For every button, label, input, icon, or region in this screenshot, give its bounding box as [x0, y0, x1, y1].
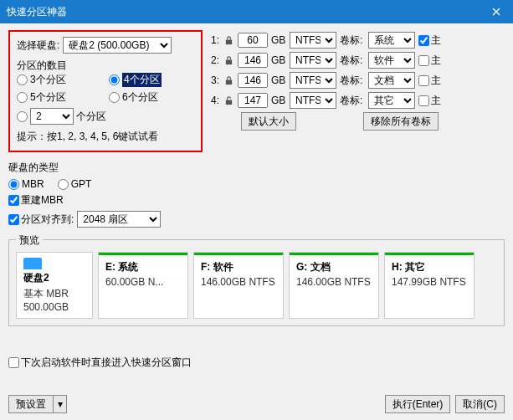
close-icon	[492, 8, 500, 16]
radio-4-partitions[interactable]: 4个分区	[109, 73, 194, 87]
align-checkbox[interactable]: 分区对齐到:	[8, 213, 74, 227]
partition-row: 3:GBNTFS卷标:文档主	[208, 72, 505, 89]
volume-label-text: 卷标:	[340, 74, 365, 88]
clear-labels-button[interactable]: 移除所有卷标	[363, 112, 439, 131]
svg-rect-2	[225, 79, 231, 85]
gb-label: GB	[271, 95, 286, 106]
partition-row: 2:GBNTFS卷标:软件主	[208, 52, 505, 69]
svg-rect-3	[225, 100, 231, 105]
default-size-button[interactable]: 默认大小	[241, 112, 296, 131]
lock-icon[interactable]	[223, 76, 234, 85]
disk-label: 选择硬盘:	[17, 38, 59, 53]
lock-icon[interactable]	[223, 56, 234, 65]
disk-select[interactable]: 硬盘2 (500.00GB)	[63, 37, 172, 54]
preview-partition-card: G: 文档146.00GB NTFS	[289, 252, 379, 319]
svg-rect-0	[225, 39, 231, 44]
size-input[interactable]	[238, 73, 268, 88]
filesystem-select[interactable]: NTFS	[290, 32, 336, 49]
radio-6-partitions[interactable]: 6个分区	[109, 90, 194, 105]
disk-select-panel: 选择硬盘: 硬盘2 (500.00GB) 分区的数目 3个分区 4个分区 5个分…	[8, 30, 203, 152]
radio-gpt[interactable]: GPT	[58, 178, 92, 190]
volume-select[interactable]: 其它	[368, 92, 415, 109]
radio-5-partitions[interactable]: 5个分区	[17, 90, 102, 105]
filesystem-select[interactable]: NTFS	[290, 52, 336, 69]
size-input[interactable]	[238, 53, 268, 68]
window-title: 快速分区神器	[7, 5, 67, 19]
volume-select[interactable]: 软件	[368, 52, 415, 69]
filesystem-select[interactable]: NTFS	[290, 92, 336, 109]
preview-partition-card: F: 软件146.00GB NTFS	[193, 252, 284, 319]
disk-type-panel: 硬盘的类型 MBR GPT 重建MBR 分区对齐到: 2048 扇区	[8, 161, 505, 233]
volume-select[interactable]: 系统	[368, 32, 415, 49]
primary-checkbox[interactable]: 主	[418, 33, 441, 48]
primary-checkbox[interactable]: 主	[418, 54, 441, 68]
align-select[interactable]: 2048 扇区	[77, 211, 161, 228]
partition-count-label: 分区的数目	[17, 59, 194, 73]
row-index: 1:	[208, 34, 219, 46]
disk-icon	[23, 258, 42, 269]
disk-type-label: 硬盘的类型	[8, 161, 505, 175]
gb-label: GB	[271, 34, 286, 46]
unlock-icon[interactable]	[223, 96, 234, 105]
row-index: 4:	[208, 95, 219, 106]
preview-partition-card: H: 其它147.99GB NTFS	[384, 252, 475, 319]
radio-custom-partitions[interactable]: 2 个分区	[17, 108, 194, 125]
primary-checkbox[interactable]: 主	[418, 94, 441, 108]
preview-disk-card: 硬盘2基本 MBR500.00GB	[16, 252, 93, 319]
cancel-button[interactable]: 取消(C)	[455, 395, 505, 413]
lock-icon[interactable]	[223, 36, 234, 45]
tips-text: 提示：按1, 2, 3, 4, 5, 6键试试看	[17, 130, 194, 144]
rebuild-mbr-checkbox[interactable]: 重建MBR	[8, 193, 505, 207]
preview-title: 预览	[16, 233, 43, 248]
partition-row: 1:GBNTFS卷标:系统主	[208, 32, 505, 49]
gb-label: GB	[271, 74, 286, 86]
size-input[interactable]	[238, 93, 268, 108]
filesystem-select[interactable]: NTFS	[290, 72, 336, 89]
gb-label: GB	[271, 54, 286, 66]
volume-select[interactable]: 文档	[368, 72, 415, 89]
custom-count-select[interactable]: 2	[30, 108, 74, 125]
volume-label-text: 卷标:	[340, 54, 365, 68]
titlebar: 快速分区神器	[0, 0, 513, 23]
partition-row: 4:GBNTFS卷标:其它主	[208, 92, 505, 109]
ok-button[interactable]: 执行(Enter)	[385, 395, 451, 413]
next-boot-checkbox[interactable]: 下次启动软件时直接进入快速分区窗口	[8, 356, 192, 370]
partition-table: 1:GBNTFS卷标:系统主2:GBNTFS卷标:软件主3:GBNTFS卷标:文…	[208, 30, 505, 152]
row-index: 2:	[208, 54, 219, 66]
chevron-down-icon[interactable]: ▾	[54, 395, 67, 413]
close-button[interactable]	[480, 0, 513, 23]
svg-rect-1	[225, 59, 231, 64]
volume-label-text: 卷标:	[340, 33, 365, 48]
radio-3-partitions[interactable]: 3个分区	[17, 73, 102, 87]
preview-panel: 预览 硬盘2基本 MBR500.00GBE: 系统60.00GB N...F: …	[8, 239, 505, 326]
primary-checkbox[interactable]: 主	[418, 74, 441, 88]
volume-label-text: 卷标:	[340, 94, 365, 108]
preset-button[interactable]: 预设置 ▾	[8, 395, 67, 413]
radio-mbr[interactable]: MBR	[8, 178, 44, 190]
size-input[interactable]	[238, 33, 268, 48]
row-index: 3:	[208, 74, 219, 86]
preview-partition-card: E: 系统60.00GB N...	[98, 252, 188, 319]
